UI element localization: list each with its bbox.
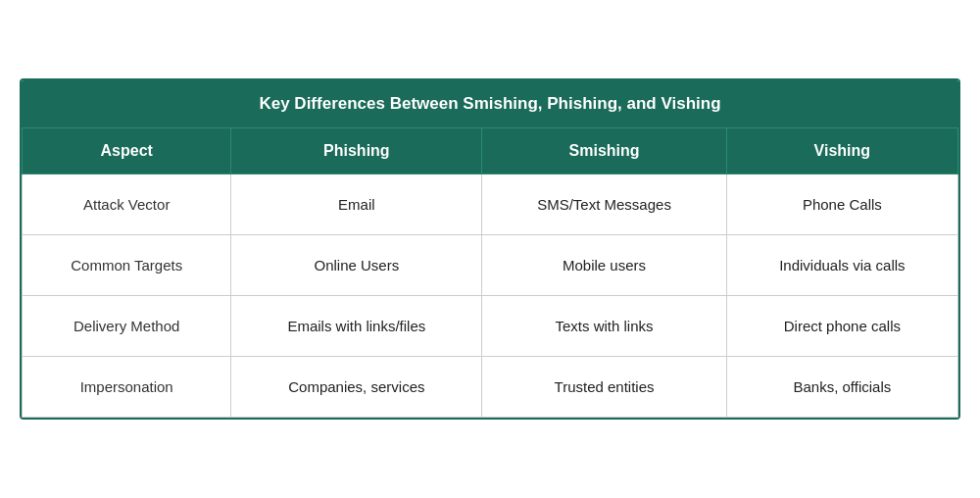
col-header-smishing: Smishing	[482, 128, 726, 174]
table-header: Aspect Phishing Smishing Vishing	[23, 128, 958, 174]
cell-aspect-2: Delivery Method	[23, 296, 231, 357]
table-body: Attack VectorEmailSMS/Text MessagesPhone…	[23, 174, 958, 418]
cell-smishing-2: Texts with links	[482, 296, 726, 357]
cell-aspect-3: Impersonation	[23, 357, 231, 418]
cell-vishing-1: Individuals via calls	[726, 235, 957, 296]
comparison-table-wrapper: Key Differences Between Smishing, Phishi…	[20, 78, 960, 420]
cell-vishing-0: Phone Calls	[726, 174, 957, 235]
cell-vishing-3: Banks, officials	[726, 357, 957, 418]
cell-phishing-3: Companies, services	[231, 357, 482, 418]
table-title: Key Differences Between Smishing, Phishi…	[22, 80, 958, 127]
col-header-vishing: Vishing	[726, 128, 957, 174]
col-header-aspect: Aspect	[23, 128, 231, 174]
cell-smishing-0: SMS/Text Messages	[482, 174, 726, 235]
cell-vishing-2: Direct phone calls	[726, 296, 957, 357]
table-row: Attack VectorEmailSMS/Text MessagesPhone…	[23, 174, 958, 235]
cell-aspect-1: Common Targets	[23, 235, 231, 296]
cell-phishing-0: Email	[231, 174, 482, 235]
cell-smishing-3: Trusted entities	[482, 357, 726, 418]
comparison-table: Aspect Phishing Smishing Vishing Attack …	[22, 127, 958, 418]
header-row: Aspect Phishing Smishing Vishing	[23, 128, 958, 174]
cell-aspect-0: Attack Vector	[23, 174, 231, 235]
cell-phishing-1: Online Users	[231, 235, 482, 296]
table-row: Delivery MethodEmails with links/filesTe…	[23, 296, 958, 357]
col-header-phishing: Phishing	[231, 128, 482, 174]
table-row: Common TargetsOnline UsersMobile usersIn…	[23, 235, 958, 296]
cell-smishing-1: Mobile users	[482, 235, 726, 296]
table-row: ImpersonationCompanies, servicesTrusted …	[23, 357, 958, 418]
cell-phishing-2: Emails with links/files	[231, 296, 482, 357]
